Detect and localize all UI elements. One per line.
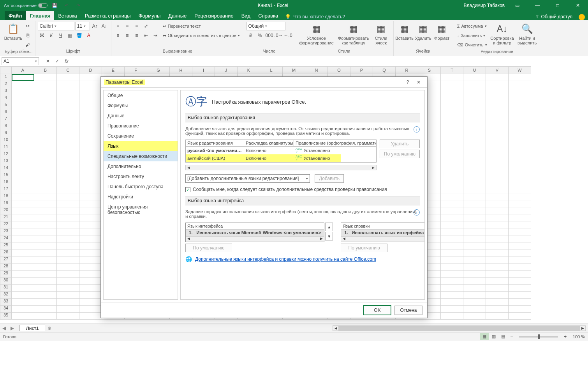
cell[interactable] xyxy=(441,130,463,137)
cell[interactable] xyxy=(463,221,486,228)
row-header[interactable]: 2 xyxy=(0,81,12,88)
column-header[interactable]: H xyxy=(170,66,192,74)
cell-styles-button[interactable]: ▦Стили ячеек xyxy=(371,22,391,46)
cell[interactable] xyxy=(57,228,79,235)
cell[interactable] xyxy=(486,116,509,123)
cell[interactable] xyxy=(463,278,486,285)
formula-input[interactable] xyxy=(74,57,588,65)
tab-help[interactable]: Справка xyxy=(254,11,282,20)
cell[interactable] xyxy=(486,278,509,285)
cell[interactable] xyxy=(441,263,463,270)
increase-decimal-icon[interactable]: .0→ xyxy=(275,31,283,40)
cell[interactable] xyxy=(79,116,102,123)
remove-language-button[interactable]: Удалить xyxy=(380,140,420,148)
row-header[interactable]: 30 xyxy=(0,278,12,285)
select-all-button[interactable] xyxy=(0,66,12,74)
cell[interactable] xyxy=(79,179,102,186)
cell[interactable] xyxy=(57,270,79,278)
row-header[interactable]: 1 xyxy=(0,74,12,81)
cell[interactable] xyxy=(509,102,531,109)
column-header[interactable]: B xyxy=(34,66,57,74)
sheet-nav-next-icon[interactable]: ▶ xyxy=(8,325,16,331)
cell[interactable] xyxy=(12,144,34,151)
cell[interactable] xyxy=(57,186,79,193)
cell[interactable] xyxy=(441,151,463,158)
column-header[interactable]: G xyxy=(147,66,170,74)
row-header[interactable]: 5 xyxy=(0,102,12,109)
cell[interactable] xyxy=(463,256,486,263)
column-header[interactable]: U xyxy=(463,66,486,74)
cell[interactable] xyxy=(441,186,463,193)
cell[interactable] xyxy=(509,270,531,278)
row-header[interactable]: 21 xyxy=(0,214,12,221)
cell[interactable] xyxy=(463,102,486,109)
share-button[interactable]: ⇪ Общий доступ xyxy=(532,13,576,20)
bold-icon[interactable]: Ж xyxy=(38,31,46,40)
cell[interactable] xyxy=(486,109,509,116)
cell[interactable] xyxy=(79,263,102,270)
cell[interactable] xyxy=(34,151,57,158)
cell[interactable] xyxy=(509,179,531,186)
cell[interactable] xyxy=(12,249,34,256)
cell[interactable] xyxy=(441,158,463,165)
feedback-icon[interactable] xyxy=(579,14,585,20)
cell[interactable] xyxy=(12,130,34,137)
italic-icon[interactable]: К xyxy=(47,31,56,40)
row-header[interactable]: 35 xyxy=(0,313,12,320)
format-as-table-button[interactable]: ▦Форматировать как таблицу xyxy=(337,22,370,46)
cell[interactable] xyxy=(441,313,463,320)
cell[interactable] xyxy=(463,123,486,130)
sheet-tab[interactable]: Лист1 xyxy=(19,325,45,331)
row-header[interactable]: 11 xyxy=(0,144,12,151)
cell[interactable] xyxy=(34,193,57,200)
cancel-formula-icon[interactable]: ✕ xyxy=(44,57,52,65)
cell[interactable] xyxy=(79,214,102,221)
cell[interactable] xyxy=(486,130,509,137)
cell[interactable] xyxy=(12,278,34,285)
cell[interactable] xyxy=(463,299,486,306)
cell[interactable] xyxy=(79,270,102,278)
column-header[interactable]: D xyxy=(79,66,102,74)
cell[interactable] xyxy=(486,179,509,186)
cell[interactable] xyxy=(463,74,486,81)
cell[interactable] xyxy=(79,207,102,214)
cell[interactable] xyxy=(57,249,79,256)
cell[interactable] xyxy=(34,299,57,306)
cell[interactable] xyxy=(509,193,531,200)
comma-icon[interactable]: 000 xyxy=(265,31,274,40)
cell[interactable] xyxy=(57,116,79,123)
cell[interactable] xyxy=(79,221,102,228)
column-header[interactable]: R xyxy=(396,66,418,74)
cell[interactable] xyxy=(441,172,463,179)
cell[interactable] xyxy=(441,214,463,221)
cell[interactable] xyxy=(12,151,34,158)
column-header[interactable]: K xyxy=(238,66,260,74)
row-header[interactable]: 28 xyxy=(0,263,12,270)
cell[interactable] xyxy=(57,102,79,109)
cell[interactable] xyxy=(509,299,531,306)
row-header[interactable]: 26 xyxy=(0,249,12,256)
column-header[interactable]: T xyxy=(441,66,463,74)
cell[interactable] xyxy=(34,172,57,179)
align-center-icon[interactable]: ≡ xyxy=(123,31,132,40)
cell[interactable] xyxy=(509,123,531,130)
cell[interactable] xyxy=(441,165,463,172)
cell[interactable] xyxy=(57,306,79,313)
cell[interactable] xyxy=(79,123,102,130)
cell[interactable] xyxy=(12,158,34,165)
list-item[interactable]: 1. Использовать язык Microsoft Windows <… xyxy=(186,230,324,236)
cell[interactable] xyxy=(463,172,486,179)
cell[interactable] xyxy=(57,214,79,221)
row-header[interactable]: 34 xyxy=(0,306,12,313)
row-header[interactable]: 24 xyxy=(0,235,12,242)
cell[interactable] xyxy=(79,144,102,151)
autosave-toggle[interactable]: Автосохранение xyxy=(4,3,48,8)
save-icon[interactable]: 💾 xyxy=(51,1,59,10)
cell[interactable] xyxy=(509,292,531,299)
cell[interactable] xyxy=(486,242,509,249)
cell[interactable] xyxy=(12,270,34,278)
wrap-text-button[interactable]: ↩ Перенести текст xyxy=(161,22,241,30)
column-header[interactable]: F xyxy=(125,66,147,74)
cell[interactable] xyxy=(486,81,509,88)
font-size-combo[interactable]: 11▾ xyxy=(75,22,90,30)
